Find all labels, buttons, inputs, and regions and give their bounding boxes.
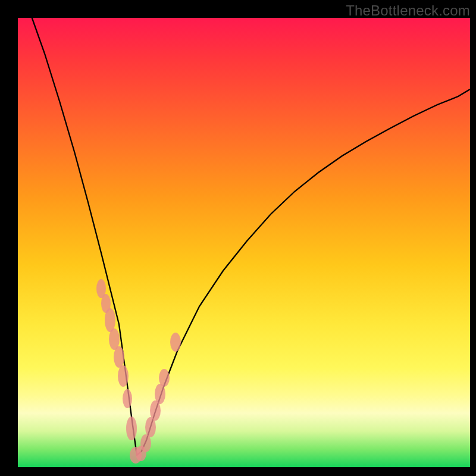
marker-point <box>170 333 181 352</box>
marker-point <box>155 384 165 404</box>
highlighted-markers <box>96 279 181 464</box>
marker-point <box>123 389 132 408</box>
bottleneck-curve <box>31 15 470 455</box>
curve-svg <box>18 18 470 467</box>
marker-point <box>126 416 137 440</box>
marker-point <box>118 365 129 387</box>
marker-point <box>114 346 124 368</box>
watermark-text: TheBottleneck.com <box>346 2 470 19</box>
marker-point <box>159 369 170 387</box>
marker-point <box>105 308 115 332</box>
plot-area <box>18 18 470 467</box>
chart-frame: TheBottleneck.com <box>0 0 476 476</box>
